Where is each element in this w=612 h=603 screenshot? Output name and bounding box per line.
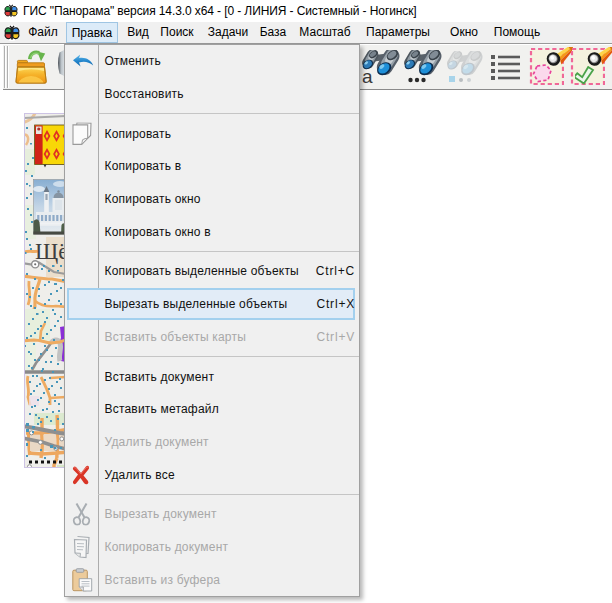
- svg-text:Щё: Щё: [35, 239, 66, 264]
